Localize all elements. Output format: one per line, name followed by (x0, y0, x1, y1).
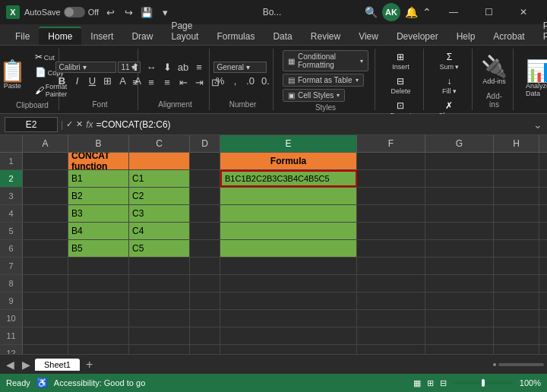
cell-a8[interactable] (23, 275, 68, 292)
cell-e4[interactable] (220, 205, 357, 222)
col-header-f[interactable]: F (357, 135, 425, 152)
view-break-icon[interactable]: ⊟ (440, 378, 447, 388)
col-header-h[interactable]: H (494, 135, 539, 152)
bold-button[interactable]: B (55, 74, 69, 88)
view-normal-icon[interactable]: ▦ (413, 378, 421, 388)
cell-a4[interactable] (23, 205, 68, 222)
ribbon-toggle-icon[interactable]: ⌃ (422, 6, 432, 18)
scrollbar-dots[interactable] (493, 363, 544, 366)
autosave-toggle[interactable] (64, 7, 85, 17)
cell-f3[interactable] (357, 188, 425, 204)
sum-button[interactable]: Σ Sum ▾ (436, 50, 462, 72)
tab-home[interactable]: Home (39, 27, 81, 45)
cell-d10[interactable] (190, 310, 220, 327)
cell-f8[interactable] (357, 275, 425, 292)
col-header-g[interactable]: G (425, 135, 494, 152)
cell-f9[interactable] (357, 292, 425, 309)
cell-f1[interactable] (357, 153, 425, 169)
tab-draw[interactable]: Draw (122, 28, 162, 45)
cell-g5[interactable] (425, 223, 494, 239)
cell-h12[interactable] (494, 345, 539, 354)
cell-a10[interactable] (23, 310, 68, 327)
cell-e5[interactable] (220, 223, 357, 239)
cell-g3[interactable] (425, 188, 494, 204)
cell-e1[interactable]: Formula (220, 153, 357, 169)
col-header-e[interactable]: E (220, 135, 357, 152)
cell-b8[interactable] (68, 275, 129, 292)
cell-g2[interactable] (425, 170, 494, 187)
cell-d1[interactable] (190, 153, 220, 169)
cell-c8[interactable] (129, 275, 190, 292)
increase-decimal-button[interactable]: .0 (244, 74, 258, 88)
wrap-text-icon[interactable]: ≡ (192, 60, 206, 74)
italic-button[interactable]: I (71, 74, 84, 88)
cell-h4[interactable] (494, 205, 539, 222)
redo-icon[interactable]: ↪ (122, 5, 135, 19)
zoom-slider[interactable] (453, 381, 514, 384)
cell-c4[interactable]: C3 (129, 205, 190, 222)
cell-c5[interactable]: C4 (129, 223, 190, 239)
cell-g8[interactable] (425, 275, 494, 292)
cell-d8[interactable] (190, 275, 220, 292)
cell-d5[interactable] (190, 223, 220, 239)
cell-a11[interactable] (23, 327, 68, 344)
cell-f5[interactable] (357, 223, 425, 239)
col-header-c[interactable]: C (129, 135, 190, 152)
fill-color-button[interactable]: A (116, 74, 130, 88)
cell-a9[interactable] (23, 292, 68, 309)
bell-icon[interactable]: 🔔 (405, 6, 418, 18)
cell-b3[interactable]: B2 (68, 188, 129, 204)
insert-button[interactable]: ⊞ Insert (388, 50, 413, 72)
cell-reference[interactable]: E2 (5, 117, 58, 132)
cell-h8[interactable] (494, 275, 539, 292)
cell-g11[interactable] (425, 327, 494, 344)
cell-b1[interactable]: CONCAT function (68, 153, 129, 169)
tab-view[interactable]: View (349, 28, 387, 45)
tab-powerpivot[interactable]: Power Pivot (534, 17, 547, 45)
cell-d11[interactable] (190, 327, 220, 344)
tab-pagelayout[interactable]: Page Layout (162, 17, 207, 45)
cell-b4[interactable]: B3 (68, 205, 129, 222)
cell-c11[interactable] (129, 327, 190, 344)
cell-d2[interactable] (190, 170, 220, 187)
align-left-icon[interactable]: ≡ (128, 75, 142, 89)
cell-e7[interactable] (220, 258, 357, 274)
cell-a7[interactable] (23, 258, 68, 274)
tab-review[interactable]: Review (302, 28, 349, 45)
cell-h10[interactable] (494, 310, 539, 327)
align-bottom-icon[interactable]: ⬇ (160, 60, 174, 74)
format-as-table-button[interactable]: ▤ Format as Table ▾ (283, 74, 364, 87)
tab-developer[interactable]: Developer (387, 28, 447, 45)
horizontal-scrollbar[interactable] (498, 363, 544, 366)
formula-input[interactable] (96, 119, 530, 130)
cell-c10[interactable] (129, 310, 190, 327)
border-button[interactable]: ⊞ (101, 74, 115, 88)
cell-g1[interactable] (425, 153, 494, 169)
cell-a3[interactable] (23, 188, 68, 204)
sheet-add-button[interactable]: + (81, 358, 97, 371)
addins-button[interactable]: 🔌 Add-ins (476, 53, 512, 88)
indent-decrease-icon[interactable]: ⇤ (176, 75, 190, 89)
cell-g4[interactable] (425, 205, 494, 222)
align-center-icon[interactable]: ≡ (144, 75, 158, 89)
search-icon[interactable]: 🔍 (365, 6, 378, 18)
zoom-percentage[interactable]: 100% (520, 378, 541, 387)
cell-f4[interactable] (357, 205, 425, 222)
tab-file[interactable]: File (6, 28, 39, 45)
tab-acrobat[interactable]: Acrobat (484, 28, 533, 45)
cell-d6[interactable] (190, 240, 220, 257)
cell-b9[interactable] (68, 292, 129, 309)
cell-a6[interactable] (23, 240, 68, 257)
cell-d12[interactable] (190, 345, 220, 354)
cell-h1[interactable] (494, 153, 539, 169)
cell-a2[interactable] (23, 170, 68, 187)
cell-e8[interactable] (220, 275, 357, 292)
cell-h9[interactable] (494, 292, 539, 309)
cell-e9[interactable] (220, 292, 357, 309)
cell-f11[interactable] (357, 327, 425, 344)
delete-button[interactable]: ⊟ Delete (387, 74, 413, 96)
cell-b11[interactable] (68, 327, 129, 344)
cell-e2[interactable]: B1C1B2C2B3C3B4C4B5C5 (220, 170, 357, 187)
cell-f2[interactable] (357, 170, 425, 187)
cell-c9[interactable] (129, 292, 190, 309)
